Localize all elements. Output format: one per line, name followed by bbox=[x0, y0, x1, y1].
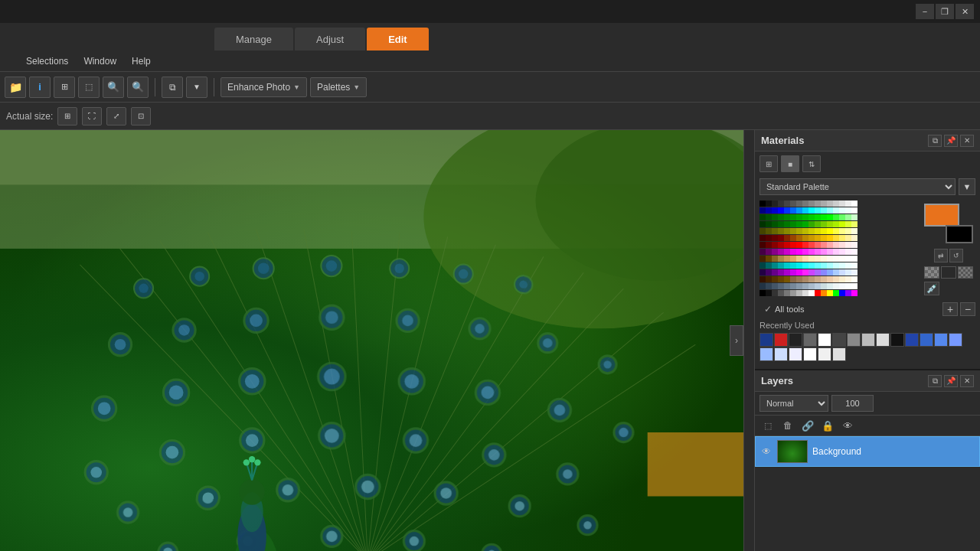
color-swatch[interactable] bbox=[851, 256, 858, 262]
color-swatch[interactable] bbox=[839, 242, 845, 248]
color-swatch[interactable] bbox=[778, 214, 784, 220]
color-swatch[interactable] bbox=[821, 235, 827, 241]
color-swatch[interactable] bbox=[839, 290, 845, 296]
color-swatch[interactable] bbox=[778, 221, 784, 227]
color-swatch[interactable] bbox=[845, 242, 851, 248]
color-swatch[interactable] bbox=[802, 242, 808, 248]
color-swatch[interactable] bbox=[821, 214, 827, 220]
color-wheel-btn[interactable]: ■ bbox=[781, 155, 799, 172]
color-swatch[interactable] bbox=[839, 249, 845, 255]
fit-btn[interactable]: ⛶ bbox=[82, 107, 102, 126]
color-swatch[interactable] bbox=[845, 221, 851, 227]
color-swatch[interactable] bbox=[845, 290, 851, 296]
color-swatch[interactable] bbox=[821, 242, 827, 248]
color-swatch[interactable] bbox=[766, 269, 772, 276]
color-swatch[interactable] bbox=[784, 228, 790, 234]
color-swatch[interactable] bbox=[833, 228, 839, 234]
color-swatch[interactable] bbox=[845, 207, 851, 214]
eyedropper-btn[interactable]: 💉 bbox=[924, 282, 939, 295]
color-swatch[interactable] bbox=[808, 221, 815, 227]
color-swatch[interactable] bbox=[802, 256, 808, 262]
color-swatch[interactable] bbox=[766, 256, 772, 262]
color-swatch[interactable] bbox=[815, 276, 821, 282]
color-swatch[interactable] bbox=[808, 201, 815, 207]
color-swatch[interactable] bbox=[796, 269, 802, 276]
color-swatch[interactable] bbox=[833, 276, 839, 282]
color-swatch[interactable] bbox=[845, 201, 851, 207]
color-swatch[interactable] bbox=[778, 269, 784, 276]
paste-arrow[interactable]: ▼ bbox=[186, 77, 207, 98]
color-swatch[interactable] bbox=[766, 242, 772, 248]
color-swatch[interactable] bbox=[796, 276, 802, 282]
color-swatch[interactable] bbox=[772, 262, 778, 269]
color-swatch[interactable] bbox=[766, 201, 772, 207]
color-swatch[interactable] bbox=[827, 201, 833, 207]
color-swatch[interactable] bbox=[833, 256, 839, 262]
blend-mode-select[interactable]: Normal bbox=[760, 395, 828, 412]
color-swatch[interactable] bbox=[766, 207, 772, 214]
color-swatch[interactable] bbox=[833, 269, 839, 276]
color-swatch[interactable] bbox=[796, 242, 802, 248]
color-swatch[interactable] bbox=[796, 214, 802, 220]
image-canvas[interactable] bbox=[0, 130, 743, 551]
color-swatch[interactable] bbox=[802, 249, 808, 255]
color-swatch[interactable] bbox=[851, 276, 858, 282]
color-swatch[interactable] bbox=[784, 221, 790, 227]
swatches-view-btn[interactable]: ⊞ bbox=[760, 155, 778, 172]
color-swatch[interactable] bbox=[790, 262, 796, 269]
color-swatch[interactable] bbox=[821, 276, 827, 282]
color-swatch[interactable] bbox=[815, 228, 821, 234]
menu-window[interactable]: Window bbox=[76, 53, 124, 70]
color-swatch[interactable] bbox=[772, 242, 778, 248]
recent-color-swatch[interactable] bbox=[847, 333, 861, 347]
layers-pin-btn[interactable]: 📌 bbox=[944, 375, 958, 387]
color-swatch[interactable] bbox=[760, 201, 766, 207]
color-swatch[interactable] bbox=[796, 207, 802, 214]
color-swatch[interactable] bbox=[827, 269, 833, 276]
color-swatch[interactable] bbox=[802, 269, 808, 276]
recent-color-swatch[interactable] bbox=[890, 333, 904, 347]
color-swatch[interactable] bbox=[821, 290, 827, 296]
color-swatch[interactable] bbox=[845, 269, 851, 276]
color-swatch[interactable] bbox=[778, 256, 784, 262]
color-swatch[interactable] bbox=[760, 249, 766, 255]
close-button[interactable]: ✕ bbox=[956, 4, 974, 19]
color-swatch[interactable] bbox=[766, 283, 772, 289]
color-swatch[interactable] bbox=[833, 290, 839, 296]
color-swatch[interactable] bbox=[772, 249, 778, 255]
texture-swatch-2[interactable] bbox=[941, 266, 956, 279]
color-swatch[interactable] bbox=[790, 276, 796, 282]
color-swatch[interactable] bbox=[808, 290, 815, 296]
recent-color-swatch[interactable] bbox=[803, 347, 817, 361]
materials-close-btn[interactable]: ✕ bbox=[960, 135, 974, 147]
color-swatch[interactable] bbox=[766, 235, 772, 241]
enhance-photo-dropdown[interactable]: Enhance Photo ▼ bbox=[220, 77, 307, 97]
color-swatch[interactable] bbox=[815, 214, 821, 220]
canvas-vertical-scrollbar[interactable] bbox=[743, 130, 754, 551]
open-button[interactable]: 📁 bbox=[5, 77, 26, 98]
color-swatch[interactable] bbox=[802, 290, 808, 296]
recent-color-swatch[interactable] bbox=[760, 333, 773, 347]
color-swatch[interactable] bbox=[845, 276, 851, 282]
color-swatch[interactable] bbox=[851, 269, 858, 276]
color-swatch[interactable] bbox=[815, 235, 821, 241]
color-swatch[interactable] bbox=[808, 207, 815, 214]
zoom-out-button[interactable]: 🔍 bbox=[103, 77, 124, 98]
recent-color-swatch[interactable] bbox=[789, 333, 802, 347]
color-swatch[interactable] bbox=[851, 242, 858, 248]
color-swatch[interactable] bbox=[845, 228, 851, 234]
color-swatch[interactable] bbox=[808, 262, 815, 269]
color-swatch[interactable] bbox=[772, 269, 778, 276]
color-swatch[interactable] bbox=[802, 262, 808, 269]
swap-colors-btn[interactable]: ⇄ bbox=[934, 249, 948, 262]
color-swatch[interactable] bbox=[778, 201, 784, 207]
color-swatch[interactable] bbox=[766, 214, 772, 220]
color-swatch[interactable] bbox=[784, 283, 790, 289]
recent-color-swatch[interactable] bbox=[934, 333, 948, 347]
color-swatch[interactable] bbox=[851, 290, 858, 296]
reset-colors-btn[interactable]: ↺ bbox=[949, 249, 963, 262]
color-swatch[interactable] bbox=[760, 276, 766, 282]
color-swatch[interactable] bbox=[796, 249, 802, 255]
color-swatch[interactable] bbox=[778, 207, 784, 214]
color-swatch[interactable] bbox=[790, 235, 796, 241]
